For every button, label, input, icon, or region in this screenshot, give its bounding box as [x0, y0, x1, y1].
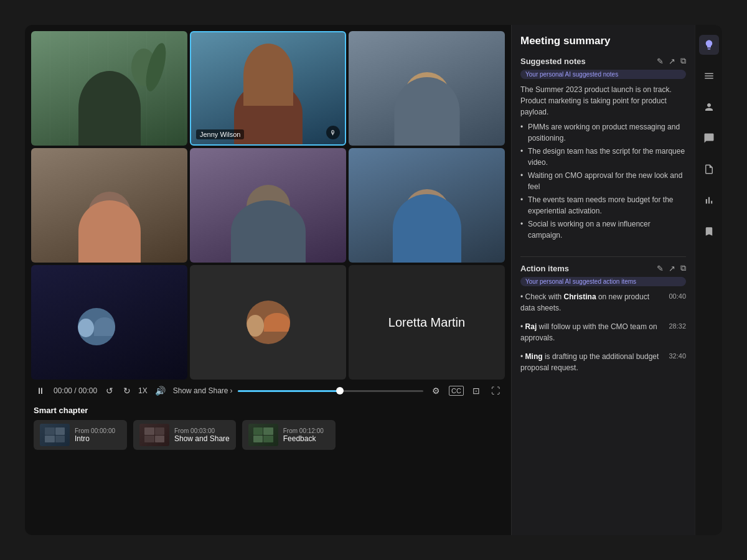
notes-edit-button[interactable]: ✎ [657, 56, 664, 66]
smart-chapter-title: Smart chapter [34, 406, 502, 415]
chapter-info-feedback: From 00:12:00 Feedback [283, 427, 324, 443]
video-cell-loretta[interactable]: Loretta Martin [349, 265, 505, 380]
chapter-thumb-intro [40, 424, 70, 446]
video-cell-5[interactable] [190, 148, 346, 263]
action-item-raj-time: 28:32 [669, 321, 686, 330]
suggested-notes-header: Suggested notes ✎ ↗ ⧉ [520, 56, 686, 66]
right-sidebar: Meeting summary Suggested notes ✎ ↗ ⧉ Yo… [511, 25, 695, 535]
chapter-name-feedback: Feedback [283, 434, 324, 443]
action-item-ming: • Ming is drafting up the additional bud… [520, 351, 686, 373]
action-items-header: Action items ✎ ↗ ⧉ [520, 263, 686, 273]
action-item-christina-name: Christina [564, 292, 596, 301]
video-cell-1[interactable] [31, 31, 187, 146]
action-item-raj-name: Raj [525, 322, 537, 331]
action-item-ming-text: • Ming is drafting up the additional bud… [520, 351, 664, 373]
chapter-item-show-share[interactable]: From 00:03:00 Show and Share [133, 420, 236, 450]
action-item-raj-text: • Raj will follow up with the CMO team o… [520, 321, 664, 343]
video-cell-7[interactable] [31, 265, 187, 380]
rail-chart-icon[interactable] [699, 190, 719, 210]
chapter-from-feedback: From 00:12:00 [283, 427, 324, 434]
notes-item-1: PMMs are working on product messaging an… [520, 121, 686, 144]
notes-item-4: The events team needs more budget for th… [520, 194, 686, 217]
show-share-label: Show and Share › [173, 386, 233, 395]
action-copy-button[interactable]: ⧉ [680, 263, 686, 273]
notes-copy-button[interactable]: ⧉ [680, 56, 686, 66]
suggested-notes-actions: ✎ ↗ ⧉ [657, 56, 686, 66]
chapter-name-show-share: Show and Share [174, 434, 230, 443]
chapter-info-intro: From 00:00:00 Intro [75, 427, 115, 443]
action-items-label: Action items [520, 264, 569, 273]
chapter-from-intro: From 00:00:00 [75, 427, 115, 434]
suggested-notes-label: Suggested notes [520, 57, 586, 66]
notes-list: PMMs are working on product messaging an… [520, 121, 686, 243]
rail-chat-icon[interactable] [699, 128, 719, 148]
rail-lines-icon[interactable] [699, 66, 719, 86]
video-cell-3[interactable] [349, 31, 505, 146]
video-cell-6[interactable] [349, 148, 505, 263]
notes-intro-text: The Summer 2023 product launch is on tra… [520, 84, 686, 118]
smart-chapter: Smart chapter From 00:00:00 Intro [31, 402, 505, 456]
action-item-raj: • Raj will follow up with the CMO team o… [520, 321, 686, 343]
fullscreen-button[interactable]: ⛶ [489, 385, 502, 397]
jenny-wilson-label: Jenny Wilson [196, 129, 244, 139]
chapter-item-feedback[interactable]: From 00:12:00 Feedback [242, 420, 336, 450]
video-cell-8[interactable] [190, 265, 346, 380]
pip-button[interactable]: ⊡ [470, 385, 482, 397]
chapter-thumb-feedback [248, 424, 278, 446]
speed-label[interactable]: 1X [138, 386, 148, 395]
video-grid: Jenny Wilson 🎙 [31, 31, 505, 380]
rail-bookmark-icon[interactable] [699, 222, 719, 241]
section-divider [520, 256, 686, 257]
pause-button[interactable]: ⏸ [34, 385, 47, 397]
chapter-from-show-share: From 00:03:00 [174, 427, 230, 434]
action-share-button[interactable]: ↗ [669, 263, 675, 273]
forward-button[interactable]: ↻ [121, 385, 133, 397]
notes-item-2: The design team has the script for the m… [520, 146, 686, 168]
settings-button[interactable]: ⚙ [430, 385, 443, 397]
rewind-button[interactable]: ↺ [103, 385, 116, 397]
action-item-christina: • Check with Christina on new product da… [520, 291, 686, 314]
notes-item-5: Social is working on a new influencer ca… [520, 218, 686, 241]
progress-fill [238, 390, 340, 392]
right-controls: ⚙ CC ⊡ ⛶ [430, 385, 502, 397]
volume-button[interactable]: 🔊 [153, 385, 168, 397]
progress-thumb[interactable] [336, 387, 344, 394]
action-edit-button[interactable]: ✎ [657, 263, 664, 273]
app-container: Jenny Wilson 🎙 [25, 25, 722, 535]
action-item-ming-time: 32:40 [669, 351, 686, 360]
notes-item-3: Waiting on CMO approval for the new look… [520, 170, 686, 192]
sidebar-title: Meeting summary [520, 35, 686, 47]
action-items-actions: ✎ ↗ ⧉ [657, 263, 686, 273]
action-item-christina-text: • Check with Christina on new product da… [520, 291, 664, 314]
icon-rail [695, 25, 722, 535]
notes-ai-badge: Your personal AI suggested notes [520, 70, 686, 79]
video-cell-jenny[interactable]: Jenny Wilson 🎙 [190, 31, 346, 146]
progress-track[interactable] [238, 390, 424, 392]
action-item-ming-name: Ming [525, 352, 543, 361]
rail-person-icon[interactable] [699, 97, 719, 117]
action-items-list: • Check with Christina on new product da… [520, 291, 686, 381]
action-items-ai-badge: Your personal AI suggested action items [520, 277, 686, 286]
time-display: 00:00 / 00:00 [54, 386, 97, 395]
captions-button[interactable]: CC [449, 386, 464, 396]
progress-container: ↺ ↻ 1X 🔊 Show and Share › [103, 385, 423, 397]
chapter-item-intro[interactable]: From 00:00:00 Intro [34, 420, 127, 450]
controls-bar: ⏸ 00:00 / 00:00 ↺ ↻ 1X 🔊 Show and Share … [31, 380, 505, 402]
notes-share-button[interactable]: ↗ [669, 56, 675, 66]
mic-icon: 🎙 [326, 126, 340, 139]
action-item-christina-time: 00:40 [669, 291, 686, 300]
chapter-name-intro: Intro [75, 434, 115, 443]
chapter-info-show-share: From 00:03:00 Show and Share [174, 427, 230, 443]
rail-docs-icon[interactable] [699, 159, 719, 179]
main-area: Jenny Wilson 🎙 [25, 25, 511, 535]
loretta-martin-label: Loretta Martin [388, 315, 465, 330]
chapter-thumb-show-share [139, 424, 169, 446]
rail-lightbulb-icon[interactable] [699, 35, 719, 55]
chapter-items: From 00:00:00 Intro From 00 [34, 420, 502, 450]
video-cell-4[interactable] [31, 148, 187, 263]
